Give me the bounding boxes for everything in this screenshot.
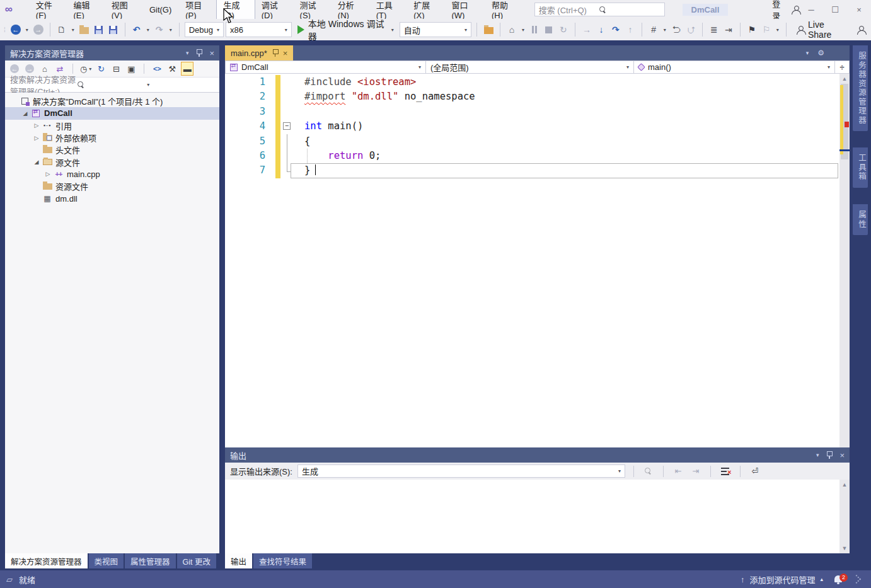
code-line-6[interactable]: 6 return 0; (225, 149, 839, 163)
background-tasks-icon[interactable]: ▱ (6, 575, 13, 584)
scroll-up-arrow[interactable]: ▲ (839, 480, 850, 490)
tree-item-7[interactable]: 资源文件 (5, 180, 219, 192)
tree-item-1[interactable]: ◢DmCall (5, 107, 219, 119)
right-tool-tab-1[interactable]: 工具箱 (853, 147, 868, 188)
se-properties-button[interactable]: ⚒ (166, 62, 178, 75)
bookmark-dropdown[interactable]: ▾ (775, 22, 781, 37)
prev-message-button[interactable]: ⇤ (672, 465, 684, 478)
close-icon[interactable]: × (209, 49, 214, 58)
word-wrap-button[interactable]: ⏎ (749, 465, 761, 478)
tree-item-2[interactable]: ▷▪‑▪引用 (5, 120, 219, 132)
outlining-margin[interactable]: − (280, 119, 294, 134)
step-into-button[interactable]: ↓ (595, 22, 608, 37)
se-collapse-all-button[interactable]: ⊟ (110, 62, 122, 75)
resize-grip[interactable] (852, 575, 861, 584)
breakpoint-margin[interactable] (225, 134, 239, 149)
scroll-up-arrow[interactable]: ▲ (839, 74, 850, 84)
collapse-arrow-icon[interactable]: ◢ (32, 159, 42, 165)
tree-item-3[interactable]: ▷外部依赖项 (5, 132, 219, 144)
redo-button[interactable]: ↷ (153, 22, 166, 37)
close-button[interactable]: × (847, 0, 871, 19)
bookmark-button[interactable]: ⚑ (746, 22, 758, 37)
menu-item-3[interactable]: Git(G) (142, 3, 178, 17)
add-to-source-control-button[interactable]: ↑ 添加到源代码管理 ▴ (741, 574, 823, 585)
nav-member-dropdown[interactable]: main() ▾ (634, 61, 835, 73)
code-text[interactable]: int main() (294, 119, 363, 134)
breakpoint-margin[interactable] (225, 163, 239, 178)
code-line-7[interactable]: 7} (225, 163, 839, 178)
pin-icon[interactable] (826, 451, 832, 459)
collapse-region-icon[interactable]: − (283, 122, 291, 130)
save-all-button[interactable] (107, 22, 120, 37)
close-tab-icon[interactable]: × (283, 49, 288, 58)
tree-item-0[interactable]: 解决方案"DmCall"(1 个项目/共 1 个) (5, 95, 219, 107)
new-project-button[interactable]: 🗋 (55, 22, 68, 37)
editor-vertical-scrollbar[interactable]: ▲ (839, 74, 850, 468)
right-tool-tab-0[interactable]: 服务器资源管理器 (853, 45, 868, 131)
se-scope-button[interactable]: ▣ (125, 62, 137, 75)
start-debugging-button[interactable]: 本地 Windows 调试器 ▾ (294, 22, 398, 37)
increase-indent-button[interactable]: ⇥ (722, 22, 735, 37)
output-scrollbar[interactable]: ▲ ▼ (839, 480, 850, 553)
find-message-button[interactable] (642, 465, 655, 478)
solution-search-input[interactable]: 搜索解决方案资源管理器(Ctrl+;) ▾ (5, 78, 219, 93)
redo-dropdown[interactable]: ▾ (168, 22, 174, 37)
code-text[interactable]: #import "dm.dll" no_namespace (294, 89, 475, 104)
code-text[interactable]: { (294, 134, 310, 149)
bookmark-prev-button[interactable]: ⚐ (760, 22, 773, 37)
next-message-button[interactable]: ⇥ (689, 465, 702, 478)
code-line-2[interactable]: 2#import "dm.dll" no_namespace (225, 89, 839, 104)
navigate-backward-dropdown[interactable]: ▾ (24, 22, 30, 37)
breakpoint-margin[interactable] (225, 89, 239, 104)
tab-list-dropdown-icon[interactable]: ▾ (806, 50, 809, 56)
navigate-forward-button[interactable]: → (32, 22, 45, 37)
clear-all-button[interactable] (719, 465, 732, 478)
expand-arrow-icon[interactable]: ▷ (43, 171, 53, 177)
collapse-arrow-icon[interactable]: ◢ (20, 110, 30, 117)
nav-scope-dropdown[interactable]: (全局范围) ▾ (426, 61, 634, 73)
undo-dropdown[interactable]: ▾ (145, 22, 151, 37)
live-share-button[interactable]: Live Share (792, 22, 853, 37)
code-text[interactable]: } (294, 163, 316, 178)
right-tool-tab-2[interactable]: 属性 (853, 204, 868, 235)
pause-button[interactable] (528, 22, 541, 37)
breakpoint-margin[interactable] (225, 149, 239, 163)
open-file-button[interactable] (78, 22, 91, 37)
output-content[interactable]: ▲ ▼ (225, 480, 850, 553)
undo-button[interactable]: ↶ (130, 22, 143, 37)
breakpoint-margin[interactable] (225, 119, 239, 134)
pin-icon[interactable] (196, 49, 202, 57)
tree-item-8[interactable]: ▦dm.dll (5, 192, 219, 204)
breakpoint-margin[interactable] (225, 105, 239, 119)
restart-button[interactable]: ↻ (557, 22, 570, 37)
document-tab-maincpp[interactable]: main.cpp* × (225, 45, 293, 61)
minimize-button[interactable]: ─ (799, 0, 823, 19)
left-panel-tab-0[interactable]: 解决方案资源管理器 (5, 553, 88, 568)
panel-menu-icon[interactable]: ▾ (816, 452, 819, 458)
code-line-4[interactable]: 4−int main() (225, 119, 839, 134)
code-editor[interactable]: 1#include <iostream>2#import "dm.dll" no… (225, 74, 850, 468)
breakpoints-window-button[interactable]: ⌂ (505, 22, 518, 37)
code-text[interactable]: #include <iostream> (294, 75, 416, 89)
navigate-backward-button[interactable]: ← (9, 22, 22, 37)
solution-platform-combo[interactable]: x86▾ (226, 22, 292, 37)
code-lines[interactable]: 1#include <iostream>2#import "dm.dll" no… (225, 74, 839, 468)
code-line-1[interactable]: 1#include <iostream> (225, 75, 839, 89)
tree-item-6[interactable]: ▷++main.cpp (5, 168, 219, 180)
code-text[interactable]: return 0; (294, 149, 381, 163)
show-next-statement-button[interactable]: → (580, 22, 593, 37)
line-numbers-dropdown[interactable]: ▾ (662, 22, 668, 37)
left-panel-tab-3[interactable]: Git 更改 (177, 553, 216, 568)
step-over-button[interactable]: ↷ (609, 22, 622, 37)
navigate-fwd-code-button[interactable]: ⮍ (684, 22, 697, 37)
left-panel-tab-2[interactable]: 属性管理器 (125, 553, 176, 568)
watch-mode-combo[interactable]: 自动▾ (400, 22, 471, 37)
se-sync-button[interactable]: ↻ (95, 62, 107, 75)
new-project-dropdown[interactable]: ▾ (70, 22, 76, 37)
scroll-down-arrow[interactable]: ▼ (839, 543, 850, 553)
notifications-button[interactable]: 2 (834, 575, 842, 584)
save-button[interactable] (93, 22, 105, 37)
solution-configuration-combo[interactable]: Debug▾ (185, 22, 224, 37)
editor-options-gear-icon[interactable]: ⚙ (817, 49, 824, 57)
code-line-3[interactable]: 3 (225, 105, 839, 119)
